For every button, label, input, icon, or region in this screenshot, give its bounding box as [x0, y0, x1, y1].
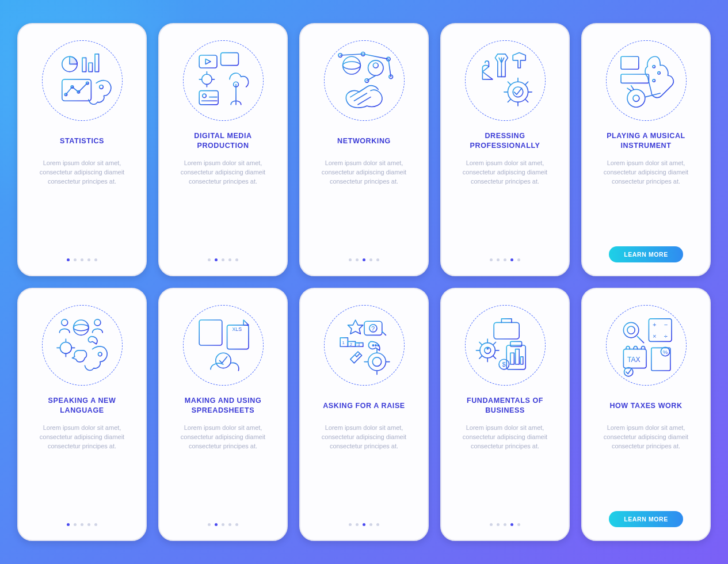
screen-description: Lorem ipsum dolor sit amet, consectetur … — [452, 424, 558, 517]
page-dot[interactable] — [215, 258, 218, 261]
business-icon — [465, 305, 546, 386]
page-dot[interactable] — [208, 258, 211, 261]
spreadsheets-icon — [183, 305, 264, 386]
page-indicator[interactable] — [349, 258, 379, 261]
page-dot[interactable] — [363, 258, 365, 261]
onboarding-screen: PLAYING A MUSICAL INSTRUMENTLorem ipsum … — [581, 23, 711, 276]
screen-title: STATISTICS — [60, 131, 104, 151]
screen-title: PLAYING A MUSICAL INSTRUMENT — [593, 131, 699, 151]
page-dot[interactable] — [517, 523, 520, 526]
screen-title: MAKING AND USING SPREADSHEETS — [170, 396, 276, 416]
digital-media-icon — [183, 40, 264, 121]
screen-title: NETWORKING — [337, 131, 391, 151]
page-dot[interactable] — [369, 523, 372, 526]
screen-description: Lorem ipsum dolor sit amet, consectetur … — [311, 424, 417, 517]
page-dot[interactable] — [67, 258, 70, 261]
page-indicator[interactable] — [490, 523, 520, 526]
page-dot[interactable] — [215, 523, 218, 526]
onboarding-screen: STATISTICSLorem ipsum dolor sit amet, co… — [17, 23, 147, 276]
page-dot[interactable] — [74, 258, 77, 261]
page-dot[interactable] — [363, 523, 365, 526]
screen-description: Lorem ipsum dolor sit amet, consectetur … — [29, 424, 135, 517]
page-dot[interactable] — [504, 523, 506, 526]
page-dot[interactable] — [228, 523, 231, 526]
networking-icon — [324, 40, 405, 121]
page-dot[interactable] — [490, 523, 493, 526]
screen-title: ASKING FOR A RAISE — [323, 396, 405, 416]
screen-title: HOW TAXES WORK — [609, 396, 682, 416]
learn-more-button[interactable]: LEARN MORE — [609, 511, 683, 527]
page-dot[interactable] — [510, 523, 513, 526]
page-dot[interactable] — [81, 523, 83, 526]
page-dot[interactable] — [67, 523, 70, 526]
screen-description: Lorem ipsum dolor sit amet, consectetur … — [170, 424, 276, 517]
page-dot[interactable] — [94, 258, 97, 261]
onboarding-screen: MAKING AND USING SPREADSHEETSLorem ipsum… — [158, 288, 288, 541]
learn-more-button[interactable]: LEARN MORE — [609, 246, 683, 262]
page-dot[interactable] — [87, 258, 90, 261]
screen-description: Lorem ipsum dolor sit amet, consectetur … — [593, 159, 699, 242]
page-dot[interactable] — [228, 258, 231, 261]
page-dot[interactable] — [510, 258, 513, 261]
screen-description: Lorem ipsum dolor sit amet, consectetur … — [452, 159, 558, 253]
screen-title: SPEAKING A NEW LANGUAGE — [29, 396, 135, 416]
page-dot[interactable] — [81, 258, 83, 261]
onboarding-screen: DRESSING PROFESSIONALLYLorem ipsum dolor… — [440, 23, 570, 276]
page-indicator[interactable] — [67, 523, 97, 526]
screen-description: Lorem ipsum dolor sit amet, consectetur … — [170, 159, 276, 253]
screen-description: Lorem ipsum dolor sit amet, consectetur … — [593, 424, 699, 506]
page-dot[interactable] — [376, 523, 379, 526]
language-icon — [42, 305, 123, 386]
onboarding-screen: DIGITAL MEDIA PRODUCTIONLorem ipsum dolo… — [158, 23, 288, 276]
page-dot[interactable] — [490, 258, 493, 261]
page-dot[interactable] — [356, 258, 359, 261]
page-dot[interactable] — [235, 523, 238, 526]
page-dot[interactable] — [517, 258, 520, 261]
page-dot[interactable] — [235, 258, 238, 261]
page-indicator[interactable] — [208, 258, 238, 261]
page-indicator[interactable] — [208, 523, 238, 526]
page-dot[interactable] — [497, 523, 500, 526]
screen-description: Lorem ipsum dolor sit amet, consectetur … — [29, 159, 135, 253]
onboarding-row-2: SPEAKING A NEW LANGUAGELorem ipsum dolor… — [17, 288, 711, 541]
page-dot[interactable] — [349, 258, 352, 261]
page-indicator[interactable] — [349, 523, 379, 526]
page-dot[interactable] — [356, 523, 359, 526]
onboarding-screen: NETWORKINGLorem ipsum dolor sit amet, co… — [299, 23, 429, 276]
page-dot[interactable] — [94, 523, 97, 526]
page-dot[interactable] — [208, 523, 211, 526]
statistics-icon — [42, 40, 123, 121]
page-dot[interactable] — [497, 258, 500, 261]
onboarding-row-1: STATISTICSLorem ipsum dolor sit amet, co… — [17, 23, 711, 276]
page-dot[interactable] — [222, 523, 224, 526]
page-indicator[interactable] — [490, 258, 520, 261]
onboarding-screen: SPEAKING A NEW LANGUAGELorem ipsum dolor… — [17, 288, 147, 541]
raise-icon — [324, 305, 405, 386]
page-dot[interactable] — [349, 523, 352, 526]
onboarding-screen: ASKING FOR A RAISELorem ipsum dolor sit … — [299, 288, 429, 541]
page-dot[interactable] — [222, 258, 224, 261]
screen-title: DIGITAL MEDIA PRODUCTION — [170, 131, 276, 151]
dressing-icon — [465, 40, 546, 121]
page-dot[interactable] — [74, 523, 77, 526]
page-dot[interactable] — [376, 258, 379, 261]
taxes-icon — [606, 305, 687, 386]
screen-description: Lorem ipsum dolor sit amet, consectetur … — [311, 159, 417, 253]
page-dot[interactable] — [87, 523, 90, 526]
page-indicator[interactable] — [67, 258, 97, 261]
screen-title: FUNDAMENTALS OF BUSINESS — [452, 396, 558, 416]
onboarding-screen: FUNDAMENTALS OF BUSINESSLorem ipsum dolo… — [440, 288, 570, 541]
music-icon — [606, 40, 687, 121]
page-dot[interactable] — [504, 258, 506, 261]
onboarding-screen: HOW TAXES WORKLorem ipsum dolor sit amet… — [581, 288, 711, 541]
page-dot[interactable] — [369, 258, 372, 261]
screen-title: DRESSING PROFESSIONALLY — [452, 131, 558, 151]
